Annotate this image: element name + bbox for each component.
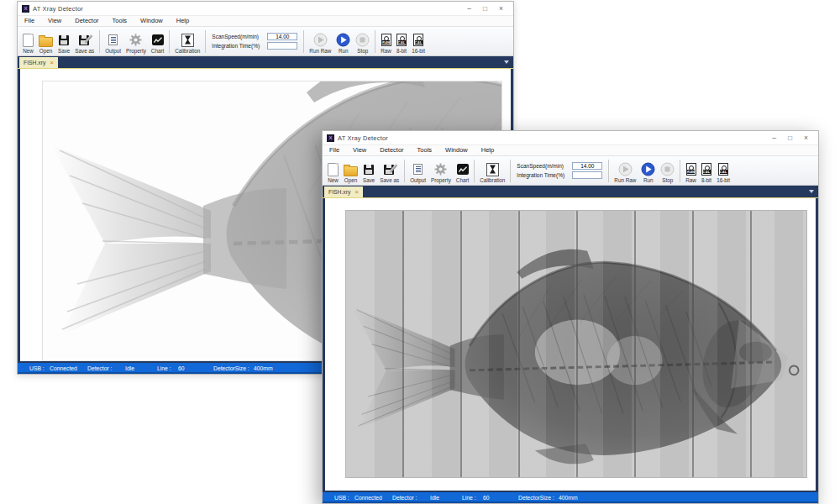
integration-label: Integration Time(%) xyxy=(517,172,569,178)
menu-window[interactable]: Window xyxy=(134,16,170,26)
xray-detector-window-front: X AT Xray Detector – □ × File View Detec… xyxy=(322,130,819,504)
title-bar[interactable]: X AT Xray Detector – □ × xyxy=(323,131,818,144)
menu-file[interactable]: File xyxy=(323,145,346,155)
title-bar[interactable]: X AT Xray Detector – □ × xyxy=(18,2,513,15)
menu-tools[interactable]: Tools xyxy=(411,145,439,155)
new-file-icon xyxy=(328,163,339,176)
calibration-button[interactable]: Calibration xyxy=(477,158,507,183)
raw-file-icon: RAW xyxy=(381,34,391,46)
detectorsize-status-value: 400mm xyxy=(559,495,578,501)
menu-help[interactable]: Help xyxy=(475,145,501,155)
toolbar-separator xyxy=(680,160,680,182)
close-icon[interactable]: × xyxy=(493,3,509,15)
detector-status-value: Idle xyxy=(430,495,439,501)
detector-status-value: Idle xyxy=(125,365,134,371)
menu-view[interactable]: View xyxy=(41,16,68,26)
save-as-button[interactable]: Save as xyxy=(377,158,402,183)
scanspeed-input[interactable] xyxy=(267,33,297,40)
tab-fish-xry[interactable]: FISH.xry × xyxy=(324,186,363,197)
tab-close-icon[interactable]: × xyxy=(354,187,358,197)
usb-status-value: Connected xyxy=(354,495,382,501)
tab-list-dropdown-icon[interactable] xyxy=(809,190,814,193)
menu-detector[interactable]: Detector xyxy=(68,16,105,26)
detectorsize-status-label: DetectorSize : xyxy=(518,495,559,501)
cal-file-icon: CAL xyxy=(718,163,728,176)
new-button[interactable]: New xyxy=(325,158,341,183)
app-icon: X xyxy=(22,5,29,13)
play-disabled-icon xyxy=(313,33,328,47)
stop-button[interactable]: Stop xyxy=(353,29,372,54)
usb-status-value: Connected xyxy=(50,365,77,371)
menu-window[interactable]: Window xyxy=(438,145,475,155)
detectorsize-status-value: 400mm xyxy=(254,365,273,371)
save-as-button[interactable]: Save as xyxy=(72,29,97,54)
raw-format-button[interactable]: RAW Raw xyxy=(378,29,394,54)
menu-bar: File View Detector Tools Window Help xyxy=(18,15,513,26)
toolbar-separator xyxy=(474,160,475,182)
8bit-format-button[interactable]: CAL 8-bit xyxy=(394,29,409,54)
save-icon xyxy=(59,35,69,45)
open-button[interactable]: Open xyxy=(341,158,360,183)
toolbar-separator xyxy=(169,30,170,53)
hourglass-icon xyxy=(486,163,499,176)
window-title: AT Xray Detector xyxy=(338,134,388,142)
minimize-icon[interactable]: – xyxy=(766,132,782,144)
property-button[interactable]: Property xyxy=(123,29,149,54)
raw-file-icon: RAW xyxy=(686,163,696,176)
menu-view[interactable]: View xyxy=(346,145,373,155)
detectorsize-status-label: DetectorSize : xyxy=(213,365,254,371)
calibration-button[interactable]: Calibration xyxy=(172,29,202,54)
open-button[interactable]: Open xyxy=(36,29,55,54)
window-controls: – □ × xyxy=(766,132,814,144)
tab-fish-xry[interactable]: FISH.xry × xyxy=(19,57,58,68)
run-raw-button[interactable]: Run Raw xyxy=(612,158,638,183)
save-button[interactable]: Save xyxy=(55,29,72,54)
output-button[interactable]: Output xyxy=(407,158,428,183)
output-icon xyxy=(108,34,118,45)
save-button[interactable]: Save xyxy=(360,158,377,183)
chart-button[interactable]: Chart xyxy=(149,29,166,54)
chart-icon xyxy=(152,34,164,45)
maximize-icon[interactable]: □ xyxy=(477,3,493,15)
image-viewport xyxy=(323,198,818,492)
16bit-format-button[interactable]: CAL 16-bit xyxy=(714,158,732,183)
minimize-icon[interactable]: – xyxy=(461,3,477,15)
run-raw-button[interactable]: Run Raw xyxy=(307,29,333,54)
scanspeed-label: ScanSpeed(m/min) xyxy=(517,163,569,169)
new-file-icon xyxy=(23,34,34,47)
close-icon[interactable]: × xyxy=(798,132,814,144)
scanspeed-input[interactable] xyxy=(572,162,602,170)
16bit-format-button[interactable]: CAL 16-bit xyxy=(409,29,428,54)
play-icon xyxy=(336,33,350,47)
run-button[interactable]: Run xyxy=(638,158,658,183)
maximize-icon[interactable]: □ xyxy=(782,132,798,144)
integration-input[interactable] xyxy=(267,42,297,50)
menu-file[interactable]: File xyxy=(18,16,41,26)
toolbar: New Open Save Save as Output xyxy=(18,26,513,56)
line-status-value: 60 xyxy=(178,365,185,371)
chart-button[interactable]: Chart xyxy=(454,158,471,183)
scan-settings: ScanSpeed(m/min) Integration Time(%) xyxy=(513,162,606,179)
run-button[interactable]: Run xyxy=(333,29,353,54)
menu-help[interactable]: Help xyxy=(170,16,196,26)
menu-bar: File View Detector Tools Window Help xyxy=(323,144,818,155)
property-button[interactable]: Property xyxy=(428,158,454,183)
stop-button[interactable]: Stop xyxy=(658,158,677,183)
new-button[interactable]: New xyxy=(20,29,36,54)
toolbar-separator xyxy=(608,160,609,182)
8bit-format-button[interactable]: CAL 8-bit xyxy=(699,158,714,183)
integration-input[interactable] xyxy=(572,171,602,179)
output-button[interactable]: Output xyxy=(102,29,123,54)
save-icon xyxy=(364,165,374,175)
menu-detector[interactable]: Detector xyxy=(373,145,410,155)
tab-list-dropdown-icon[interactable] xyxy=(504,60,509,64)
usb-status-label: USB : xyxy=(334,495,354,501)
chart-icon xyxy=(457,164,469,175)
fish-xray-image xyxy=(345,210,807,478)
open-folder-icon xyxy=(39,37,53,47)
open-folder-icon xyxy=(344,166,358,176)
save-as-icon xyxy=(384,164,396,175)
menu-tools[interactable]: Tools xyxy=(106,16,134,26)
tab-close-icon[interactable]: × xyxy=(50,58,53,68)
raw-format-button[interactable]: RAW Raw xyxy=(683,158,699,183)
